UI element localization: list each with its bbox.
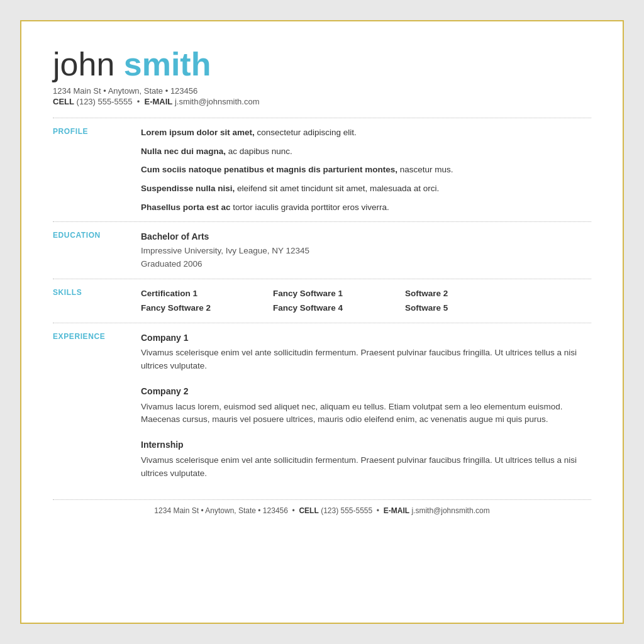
skill-1: Certification 1 bbox=[141, 287, 267, 301]
exp-desc-1: Vivamus scelerisque enim vel ante sollic… bbox=[141, 347, 591, 373]
skills-section: SKILLS Certification 1 Fancy Software 1 … bbox=[53, 287, 591, 315]
exp-desc-2: Vivamus lacus lorem, euismod sed aliquet… bbox=[141, 401, 591, 427]
profile-para-1: Lorem ipsum dolor sit amet, consectetur … bbox=[141, 126, 591, 140]
footer-email-label: E-MAIL bbox=[384, 506, 409, 515]
divider-after-profile bbox=[53, 221, 591, 222]
profile-content: Lorem ipsum dolor sit amet, consectetur … bbox=[141, 126, 591, 214]
exp-entry-3: Internship Vivamus scelerisque enim vel … bbox=[141, 438, 591, 480]
exp-company-3: Internship bbox=[141, 438, 591, 452]
profile-para-5: Phasellus porta est ac tortor iaculis gr… bbox=[141, 201, 591, 214]
experience-section: EXPERIENCE Company 1 Vivamus scelerisque… bbox=[53, 331, 591, 480]
divider-after-header bbox=[53, 118, 591, 118]
footer-cell-label: CELL bbox=[299, 506, 318, 515]
exp-company-1: Company 1 bbox=[141, 331, 591, 345]
contact-line: CELL (123) 555-5555 • E-MAIL j.smith@joh… bbox=[53, 97, 591, 106]
education-label: EDUCATION bbox=[53, 230, 141, 240]
skills-content: Certification 1 Fancy Software 1 Softwar… bbox=[141, 287, 591, 315]
skill-2: Fancy Software 1 bbox=[273, 287, 399, 301]
skills-label: SKILLS bbox=[53, 287, 141, 297]
edu-year: Graduated 2006 bbox=[141, 257, 591, 271]
experience-label: EXPERIENCE bbox=[53, 331, 141, 341]
email-label: E-MAIL bbox=[144, 97, 172, 106]
full-name: john smith bbox=[53, 47, 591, 82]
skills-grid: Certification 1 Fancy Software 1 Softwar… bbox=[141, 287, 591, 315]
cell-number: (123) 555-5555 bbox=[77, 97, 133, 106]
header: john smith 1234 Main St • Anytown, State… bbox=[53, 47, 591, 106]
divider-after-skills bbox=[53, 323, 591, 323]
exp-desc-3: Vivamus scelerisque enim vel ante sollic… bbox=[141, 454, 591, 480]
profile-para-2: Nulla nec dui magna, ac dapibus nunc. bbox=[141, 145, 591, 158]
footer-email: j.smith@johnsmith.com bbox=[411, 506, 489, 515]
education-section: EDUCATION Bachelor of Arts Impressive Un… bbox=[53, 230, 591, 271]
footer-cell: (123) 555-5555 bbox=[321, 506, 372, 515]
exp-entry-2: Company 2 Vivamus lacus lorem, euismod s… bbox=[141, 384, 591, 426]
profile-label: PROFILE bbox=[53, 126, 141, 136]
skill-6: Software 5 bbox=[405, 301, 499, 315]
edu-school: Impressive University, Ivy League, NY 12… bbox=[141, 244, 591, 258]
cell-label: CELL bbox=[53, 97, 74, 106]
exp-company-2: Company 2 bbox=[141, 384, 591, 398]
first-name: john bbox=[53, 46, 114, 82]
edu-degree: Bachelor of Arts bbox=[141, 230, 591, 243]
skill-4: Fancy Software 2 bbox=[141, 301, 267, 315]
profile-para-4: Suspendisse nulla nisi, eleifend sit ame… bbox=[141, 182, 591, 196]
footer: 1234 Main St • Anytown, State • 123456 •… bbox=[53, 499, 591, 515]
profile-para-3: Cum sociis natoque penatibus et magnis d… bbox=[141, 163, 591, 177]
education-content: Bachelor of Arts Impressive University, … bbox=[141, 230, 591, 271]
skill-3: Software 2 bbox=[405, 287, 499, 301]
skill-5: Fancy Software 4 bbox=[273, 301, 399, 315]
exp-entry-1: Company 1 Vivamus scelerisque enim vel a… bbox=[141, 331, 591, 373]
experience-content: Company 1 Vivamus scelerisque enim vel a… bbox=[141, 331, 591, 480]
footer-address: 1234 Main St • Anytown, State • 123456 bbox=[154, 506, 288, 515]
resume-page: john smith 1234 Main St • Anytown, State… bbox=[20, 20, 624, 624]
last-name: smith bbox=[124, 46, 211, 82]
profile-section: PROFILE Lorem ipsum dolor sit amet, cons… bbox=[53, 126, 591, 214]
email-address: j.smith@johnsmith.com bbox=[175, 97, 260, 106]
address: 1234 Main St • Anytown, State • 123456 bbox=[53, 86, 591, 96]
divider-after-education bbox=[53, 279, 591, 279]
